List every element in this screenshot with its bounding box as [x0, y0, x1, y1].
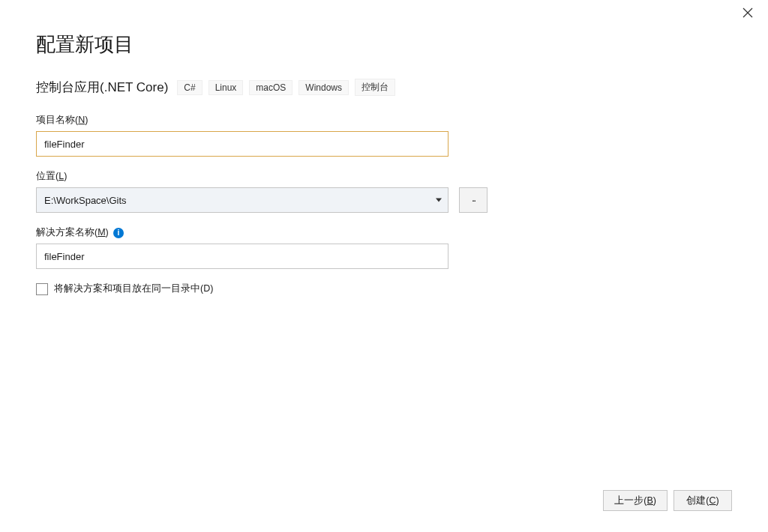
page-title: 配置新项目	[36, 31, 732, 58]
same-directory-checkbox[interactable]	[36, 283, 48, 295]
info-icon[interactable]: i	[113, 228, 124, 238]
chevron-down-icon	[436, 199, 442, 202]
back-button[interactable]: 上一步(B)	[603, 490, 668, 511]
tag-windows: Windows	[298, 80, 349, 95]
solution-name-input[interactable]	[36, 244, 448, 269]
location-value: E:\WorkSpace\Gits	[44, 195, 127, 206]
tag-csharp: C#	[177, 80, 202, 95]
project-type-label: 控制台应用(.NET Core)	[36, 79, 168, 96]
tag-linux: Linux	[208, 80, 244, 95]
solution-name-label: 解决方案名称(M) i	[36, 226, 732, 239]
same-directory-label: 将解决方案和项目放在同一目录中(D)	[54, 282, 213, 295]
project-type-row: 控制台应用(.NET Core) C# Linux macOS Windows …	[36, 79, 732, 96]
close-button[interactable]	[742, 7, 754, 19]
project-name-input[interactable]	[36, 131, 448, 157]
location-combobox[interactable]: E:\WorkSpace\Gits	[36, 187, 448, 213]
browse-button[interactable]: ...	[459, 187, 488, 213]
location-label: 位置(L)	[36, 170, 732, 183]
create-button[interactable]: 创建(C)	[674, 490, 732, 511]
tag-console: 控制台	[355, 79, 395, 96]
tag-macos: macOS	[249, 80, 292, 95]
project-name-label: 项目名称(N)	[36, 114, 732, 127]
